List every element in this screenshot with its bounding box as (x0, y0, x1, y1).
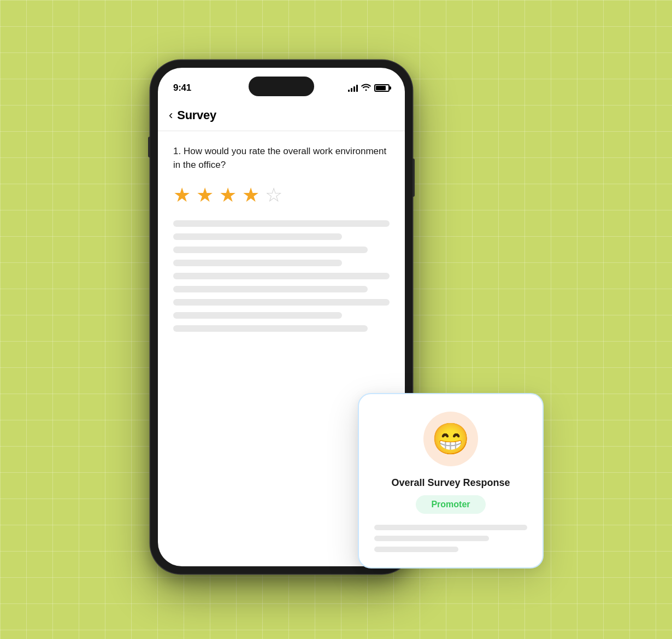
card-line (374, 525, 527, 530)
placeholder-line (173, 247, 368, 253)
content-placeholder-lines (173, 220, 390, 332)
status-time: 9:41 (173, 83, 191, 93)
card-line (374, 547, 458, 552)
placeholder-line (173, 286, 368, 292)
survey-question: 1. How would you rate the overall work e… (173, 144, 390, 172)
response-card: 😁 Overall Survey Response Promoter (358, 393, 544, 568)
placeholder-line (173, 312, 342, 319)
response-card-title: Overall Survey Response (391, 477, 510, 489)
card-line (374, 536, 489, 541)
star-3[interactable]: ★ (219, 185, 237, 205)
back-button[interactable]: ‹ (169, 108, 173, 122)
placeholder-line (173, 220, 390, 227)
card-placeholder-lines (374, 525, 527, 552)
page-title: Survey (177, 108, 216, 122)
star-1[interactable]: ★ (173, 185, 191, 205)
emoji-avatar: 😁 (423, 412, 478, 466)
status-icons (348, 83, 390, 92)
placeholder-line (173, 260, 342, 266)
star-4[interactable]: ★ (242, 185, 260, 205)
signal-icon (348, 84, 358, 92)
dynamic-island (249, 77, 314, 96)
battery-icon (374, 84, 390, 92)
happy-emoji: 😁 (432, 424, 470, 454)
promoter-badge: Promoter (416, 495, 485, 514)
placeholder-line (173, 299, 390, 306)
placeholder-line (173, 273, 390, 279)
wifi-icon (361, 83, 371, 92)
star-rating[interactable]: ★ ★ ★ ★ ☆ (173, 185, 390, 205)
nav-bar: ‹ Survey (158, 101, 405, 131)
star-5[interactable]: ☆ (265, 185, 282, 205)
placeholder-line (173, 233, 342, 240)
scene-container: 9:41 (150, 60, 522, 579)
placeholder-line (173, 325, 368, 332)
star-2[interactable]: ★ (196, 185, 214, 205)
